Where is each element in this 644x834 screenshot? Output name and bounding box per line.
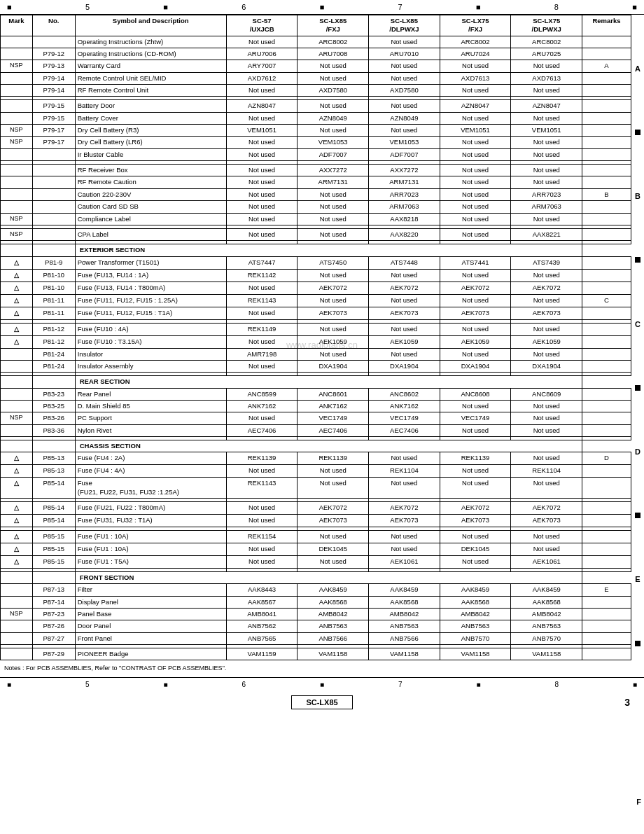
table-row: P87-27Front PanelANB7565ANB7566ANB7566AN… <box>1 632 631 644</box>
sclx75fxj-cell: VAM1158 <box>440 648 511 660</box>
sclx75fxj-cell: Not used <box>440 400 511 412</box>
sclx75dlp-cell: Not used <box>511 323 582 335</box>
sclx75fxj-cell: Not used <box>440 85 511 97</box>
sclx85fxj-cell: Not used <box>298 228 369 240</box>
remarks-cell <box>582 213 631 225</box>
sclx85fxj-cell: ATS7450 <box>298 256 369 269</box>
remarks-cell <box>582 632 631 644</box>
sclx75dlp-cell: AEK7073 <box>511 307 582 319</box>
sc57-cell: Not used <box>226 36 298 48</box>
sclx75fxj-cell: Not used <box>440 424 511 436</box>
remarks-cell <box>582 176 631 188</box>
no-cell: P79-14 <box>32 85 75 97</box>
sclx85dlp-cell: ARU7010 <box>369 48 440 60</box>
remarks-cell <box>582 72 631 84</box>
sc57-cell: Not used <box>226 282 298 294</box>
sc57-cell: ANB7565 <box>226 632 298 644</box>
no-cell: P81-10 <box>32 282 75 294</box>
mark-cell <box>1 100 33 112</box>
table-row: P81-24Insulator AssemblyNot usedDXA1904D… <box>1 360 631 372</box>
section-mark-cell <box>1 440 33 452</box>
remarks-cell <box>582 400 631 412</box>
desc-cell: Battery Door <box>75 100 226 112</box>
mark-cell <box>1 148 33 160</box>
sclx75dlp-cell: ANC8609 <box>511 388 582 400</box>
sclx75dlp-cell: Not used <box>511 269 582 282</box>
side-letter-d: D <box>635 447 640 456</box>
no-cell: P85-15 <box>32 555 75 568</box>
mark-cell <box>1 112 33 124</box>
sclx75dlp-cell: Not used <box>511 176 582 188</box>
desc-cell: Fuse (FU11, FU12, FU15 : 1.25A) <box>75 294 226 307</box>
remarks-cell <box>582 36 631 48</box>
sclx75fxj-cell: AMB8042 <box>440 609 511 620</box>
sclx85dlp-cell: ADF7007 <box>369 148 440 160</box>
top-ruler: ■ 5 ■ 6 ■ 7 ■ 8 ■ <box>0 0 644 15</box>
sclx85fxj-cell: Not used <box>298 530 369 543</box>
sclx85fxj-cell: Not used <box>298 348 369 360</box>
sc57-cell: REK1149 <box>226 323 298 335</box>
sclx75fxj-cell: Not used <box>440 137 511 148</box>
desc-cell: Operating Instructions (CD-ROM) <box>75 48 226 60</box>
no-cell: P81-11 <box>32 307 75 319</box>
remarks-cell <box>582 348 631 360</box>
bot-sq1: ■ <box>7 681 11 688</box>
mark-cell <box>1 648 33 660</box>
sc57-cell: Not used <box>226 514 298 527</box>
side-letter-b: B <box>635 192 640 200</box>
warning-icon: △ <box>12 533 20 541</box>
sclx85dlp-cell: ATS7448 <box>369 256 440 269</box>
sc57-cell: Not used <box>226 112 298 124</box>
ruler-num7: 7 <box>398 3 402 11</box>
remarks-cell <box>582 596 631 608</box>
header-sclx75fxj: SC-LX75 /FXJ <box>440 15 511 36</box>
table-row: Caution 220-230VNot usedNot usedARR7023N… <box>1 188 631 200</box>
header-remarks: Remarks <box>582 15 631 36</box>
mark-cell: △ <box>1 452 33 465</box>
table-row: P81-24InsulatorAMR7198Not usedNot usedNo… <box>1 348 631 360</box>
sclx75dlp-cell: Not used <box>511 530 582 543</box>
side-square-e <box>635 641 640 646</box>
sclx85fxj-cell: ARC8002 <box>298 36 369 48</box>
sclx85dlp-cell: AEK7072 <box>369 501 440 514</box>
remarks-cell <box>582 555 631 568</box>
mark-cell: △ <box>1 514 33 527</box>
sclx75dlp-cell: REK1104 <box>511 465 582 478</box>
desc-cell: Fuse (FU21, FU22, FU31, FU32 :1.25A) <box>75 478 226 499</box>
sc57-cell: Not used <box>226 201 298 213</box>
sclx75fxj-cell: ANB7563 <box>440 620 511 632</box>
sclx75dlp-cell: AEK1061 <box>511 555 582 568</box>
sc57-cell: REK1154 <box>226 530 298 543</box>
table-row: RF Receiver BoxNot usedAXX7272AXX7272Not… <box>1 165 631 176</box>
mark-cell: △ <box>1 294 33 307</box>
remarks-cell <box>582 48 631 60</box>
sclx85fxj-cell: AXX7272 <box>298 165 369 176</box>
sclx75dlp-cell: Not used <box>511 112 582 124</box>
no-cell: P79-17 <box>32 137 75 148</box>
header-sc57: SC-57 /UXJCB <box>226 15 298 36</box>
mark-cell <box>1 201 33 213</box>
mark-cell <box>1 424 33 436</box>
section-desc-cell: CHASSIS SECTION <box>75 440 582 452</box>
desc-cell: CPA Label <box>75 228 226 240</box>
sclx85dlp-cell: ANK7162 <box>369 400 440 412</box>
mark-cell: NSP <box>1 60 33 72</box>
sc57-cell: AZN8047 <box>226 100 298 112</box>
sclx75dlp-cell: VAM1158 <box>511 648 582 660</box>
bot-sq4: ■ <box>476 681 480 688</box>
sclx75fxj-cell: AEK7073 <box>440 514 511 527</box>
sclx85dlp-cell: ANB7563 <box>369 620 440 632</box>
table-row: P83-36Nylon RivetAEC7406AEC7406AEC7406No… <box>1 424 631 436</box>
table-row: △P85-14Fuse (FU31, FU32 : T1A)Not usedAE… <box>1 514 631 527</box>
sclx85dlp-cell: REK1104 <box>369 465 440 478</box>
no-cell: P85-14 <box>32 514 75 527</box>
no-cell: P79-14 <box>32 72 75 84</box>
sc57-cell: Not used <box>226 465 298 478</box>
sc57-cell: AAK8567 <box>226 596 298 608</box>
sclx85dlp-cell: Not used <box>369 530 440 543</box>
desc-cell: Fuse (FU21, FU22 : T800mA) <box>75 501 226 514</box>
sclx85dlp-cell: AZN8049 <box>369 112 440 124</box>
section-mark-cell <box>1 244 33 256</box>
desc-cell: Caution Card SD SB <box>75 201 226 213</box>
side-square-b <box>635 257 640 263</box>
